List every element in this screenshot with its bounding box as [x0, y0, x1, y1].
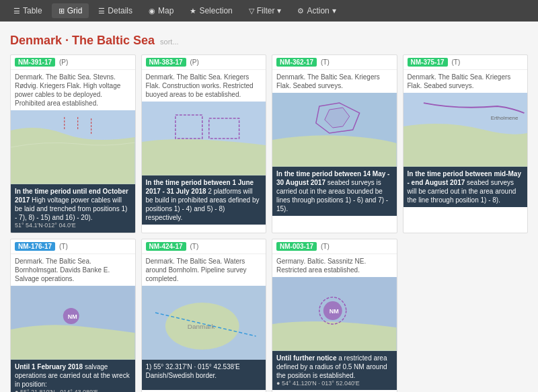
nav-filter[interactable]: ▽ Filter ▾ [242, 3, 289, 18]
card-nm-424-17[interactable]: NM-424-17 (T) Denmark. The Baltic Sea. W… [141, 239, 267, 392]
section-title-baltic: Denmark · The Baltic Sea [10, 34, 155, 48]
card-footer: In the time period between 14 May - 30 A… [272, 167, 397, 216]
card-desc: Germany. Baltic. Sassnitz NE. Restricted… [272, 254, 397, 277]
card-id: NM-375-17 [408, 58, 448, 67]
footer-highlight: Until 1 February 2018 [15, 363, 83, 370]
nav-filter-label: Filter [257, 6, 275, 15]
card-footer: In the time period between mid-May - end… [404, 167, 528, 207]
card-footer: 1) 55° 32.317'N · 015° 42.538'E Danish/S… [142, 360, 266, 390]
map-svg: Danmark [142, 286, 266, 360]
card-nm-176-17[interactable]: NM-176-17 (T) Denmark. The Baltic Sea. B… [10, 239, 136, 392]
svg-text:Danmark: Danmark [187, 323, 214, 330]
card-map: Ertholmene [404, 93, 528, 167]
table-icon: ☰ [13, 7, 20, 15]
cards-grid-baltic: NM-391-17 (P) Denmark. The Baltic Sea. S… [10, 54, 528, 392]
nav-grid[interactable]: ⊞ Grid [52, 3, 89, 18]
card-type: (T) [321, 58, 330, 66]
section-header-baltic: Denmark · The Baltic Sea sort... [10, 34, 528, 48]
nav-map-label: Map [158, 6, 174, 15]
filter-dropdown-icon: ▾ [277, 6, 281, 15]
nav-details[interactable]: ☰ Details [91, 3, 139, 18]
main-content: Denmark · The Baltic Sea sort... NM-391-… [0, 22, 538, 392]
nav-selection[interactable]: ★ Selection [183, 3, 239, 18]
card-footer: In the time period until end October 201… [11, 184, 135, 233]
footer-notice: 51° 54.1'N·012° 04.0'E [15, 222, 131, 230]
card-type: (T) [452, 58, 461, 66]
card-map: Danmark [142, 286, 266, 360]
map-icon: ◉ [149, 7, 155, 15]
card-id: NM-391-17 [15, 58, 55, 67]
nav-details-label: Details [108, 6, 132, 15]
details-icon: ☰ [98, 7, 105, 15]
svg-text:NM: NM [330, 308, 339, 315]
grid-icon: ⊞ [59, 7, 65, 15]
map-svg [11, 110, 135, 184]
card-id: NM-176-17 [15, 242, 55, 251]
filter-icon: ▽ [249, 7, 254, 15]
card-id: NM-003-17 [276, 242, 317, 251]
map-svg: NM [11, 286, 135, 360]
card-desc: Denmark. The Baltic Sea. Kriegers Flak. … [404, 70, 528, 93]
card-type: (P) [190, 58, 199, 66]
card-header: NM-362-17 (T) [272, 55, 397, 70]
sort-link-baltic[interactable]: sort... [160, 38, 179, 46]
card-desc: Denmark. The Baltic Sea. Waters around B… [142, 254, 266, 286]
card-header: NM-383-17 (P) [142, 55, 266, 70]
svg-text:NM: NM [68, 313, 77, 320]
card-type: (P) [59, 58, 68, 66]
nav-grid-label: Grid [67, 6, 83, 15]
card-desc: Denmark. The Baltic Sea. Kriegers Flak. … [142, 70, 266, 102]
card-id: NM-424-17 [146, 242, 186, 251]
footer-text: 1) 55° 32.317'N · 015° 42.538'E Danish/S… [146, 363, 240, 379]
card-type: (T) [321, 243, 330, 250]
card-desc: Denmark. The Baltic Sea. Bornholmsgat. D… [11, 254, 135, 286]
map-svg [272, 93, 397, 167]
card-footer: Until 1 February 2018 salvage operations… [11, 360, 135, 392]
card-header: NM-424-17 (T) [142, 239, 266, 254]
card-id: NM-383-17 [146, 58, 186, 67]
card-header: NM-003-17 (T) [272, 239, 397, 254]
nav-table-label: Table [23, 6, 42, 15]
footer-notice: ● 54° 41.120'N · 013° 52.040'E [276, 380, 393, 388]
footer-notice: ● 55° 21.810'N · 014° 43.089'E [15, 389, 131, 392]
card-map [142, 102, 266, 175]
footer-highlight: Until further notice [276, 354, 336, 362]
card-desc: Denmark. The Baltic Sea. Kriegers Flak. … [272, 70, 397, 93]
footer-text: High voltage power cables will be laid a… [15, 196, 127, 221]
svg-text:Ertholmene: Ertholmene [490, 115, 518, 121]
nav-map[interactable]: ◉ Map [142, 3, 180, 18]
card-map [11, 110, 135, 184]
card-header: NM-375-17 (T) [404, 55, 528, 70]
nav-selection-label: Selection [199, 6, 232, 15]
map-svg [142, 102, 266, 175]
card-nm-375-17[interactable]: NM-375-17 (T) Denmark. The Baltic Sea. K… [403, 54, 529, 233]
card-header: NM-176-17 (T) [11, 239, 135, 254]
card-nm-003-17[interactable]: NM-003-17 (T) Germany. Baltic. Sassnitz … [272, 239, 397, 392]
card-desc: Denmark. The Baltic Sea. Stevns. Rødvig.… [11, 70, 135, 110]
star-icon: ★ [190, 7, 196, 15]
action-dropdown-icon: ▾ [332, 6, 336, 15]
card-type: (T) [59, 243, 68, 250]
card-id: NM-362-17 [276, 58, 317, 67]
card-footer: Until further notice a restricted area d… [272, 351, 397, 391]
card-nm-391-17[interactable]: NM-391-17 (P) Denmark. The Baltic Sea. S… [10, 54, 136, 233]
card-map [272, 93, 397, 167]
card-nm-383-17[interactable]: NM-383-17 (P) Denmark. The Baltic Sea. K… [141, 54, 267, 233]
top-navigation: ☰ Table ⊞ Grid ☰ Details ◉ Map ★ Selecti… [0, 0, 538, 22]
nav-action-label: Action [307, 6, 329, 15]
card-header: NM-391-17 (P) [11, 55, 135, 70]
card-footer: In the time period between 1 June 2017 -… [142, 175, 266, 225]
card-map: NM [272, 277, 397, 351]
nav-action[interactable]: ⚙ Action ▾ [291, 3, 342, 18]
map-svg: Ertholmene [404, 93, 528, 167]
map-svg: NM [272, 277, 397, 351]
card-map: NM [11, 286, 135, 360]
card-type: (T) [190, 243, 199, 250]
nav-table[interactable]: ☰ Table [7, 3, 49, 18]
card-nm-362-17[interactable]: NM-362-17 (T) Denmark. The Baltic Sea. K… [272, 54, 397, 233]
action-icon: ⚙ [297, 7, 304, 15]
